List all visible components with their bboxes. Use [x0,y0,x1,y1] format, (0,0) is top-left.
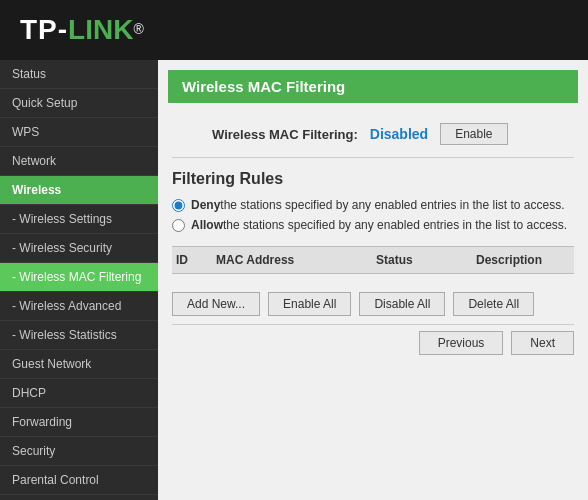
status-row: Wireless MAC Filtering: Disabled Enable [172,115,574,158]
layout: StatusQuick SetupWPSNetworkWireless- Wir… [0,60,588,500]
logo-tp: TP- [20,14,68,45]
button-row: Add New... Enable All Disable All Delete… [172,284,574,316]
logo-link: LINK [68,14,133,45]
deny-text: the stations specified by any enabled en… [220,198,564,212]
content-area: Wireless MAC Filtering: Disabled Enable … [158,115,588,355]
sidebar-item-quick-setup[interactable]: Quick Setup [0,89,158,118]
sidebar-item-parental-control[interactable]: Parental Control [0,466,158,495]
status-label: Wireless MAC Filtering: [212,127,358,142]
enable-all-button[interactable]: Enable All [268,292,351,316]
sidebar-item-dhcp[interactable]: DHCP [0,379,158,408]
filtering-rules-title: Filtering Rules [172,170,574,188]
allow-radio-row: Allow the stations specified by any enab… [172,218,574,232]
deny-radio-row: Deny the stations specified by any enabl… [172,198,574,212]
add-new-button[interactable]: Add New... [172,292,260,316]
filtering-rules-section: Filtering Rules Deny the stations specif… [172,170,574,355]
col-id-header: ID [176,253,216,267]
pagination-row: Previous Next [172,324,574,355]
sidebar-item-status[interactable]: Status [0,60,158,89]
sidebar-item-wireless[interactable]: Wireless [0,176,158,205]
sidebar-item-network[interactable]: Network [0,147,158,176]
allow-text: the stations specified by any enabled en… [223,218,567,232]
sidebar-item-guest-network[interactable]: Guest Network [0,350,158,379]
allow-radio[interactable] [172,219,185,232]
disable-all-button[interactable]: Disable All [359,292,445,316]
enable-button[interactable]: Enable [440,123,507,145]
col-status-header: Status [376,253,476,267]
col-mac-header: MAC Address [216,253,376,267]
sidebar-item-forwarding[interactable]: Forwarding [0,408,158,437]
page-title-bar: Wireless MAC Filtering [168,70,578,103]
deny-keyword: Deny [191,198,220,212]
main-content: Wireless MAC Filtering Wireless MAC Filt… [158,60,588,500]
sidebar-item---wireless-security[interactable]: - Wireless Security [0,234,158,263]
sidebar-item---wireless-advanced[interactable]: - Wireless Advanced [0,292,158,321]
sidebar-item---wireless-settings[interactable]: - Wireless Settings [0,205,158,234]
logo-reg: ® [133,21,143,37]
col-desc-header: Description [476,253,570,267]
table-header: ID MAC Address Status Description [172,246,574,274]
status-value: Disabled [370,126,428,142]
sidebar-item-access-control[interactable]: Access Control [0,495,158,500]
logo: TP-LINK® [20,14,144,46]
sidebar-item-wps[interactable]: WPS [0,118,158,147]
sidebar-item-security[interactable]: Security [0,437,158,466]
sidebar-item---wireless-statistics[interactable]: - Wireless Statistics [0,321,158,350]
header: TP-LINK® [0,0,588,60]
page-title: Wireless MAC Filtering [182,78,345,95]
sidebar: StatusQuick SetupWPSNetworkWireless- Wir… [0,60,158,500]
previous-button[interactable]: Previous [419,331,504,355]
allow-keyword: Allow [191,218,223,232]
sidebar-item---wireless-mac-filtering[interactable]: - Wireless MAC Filtering [0,263,158,292]
deny-radio[interactable] [172,199,185,212]
delete-all-button[interactable]: Delete All [453,292,534,316]
next-button[interactable]: Next [511,331,574,355]
